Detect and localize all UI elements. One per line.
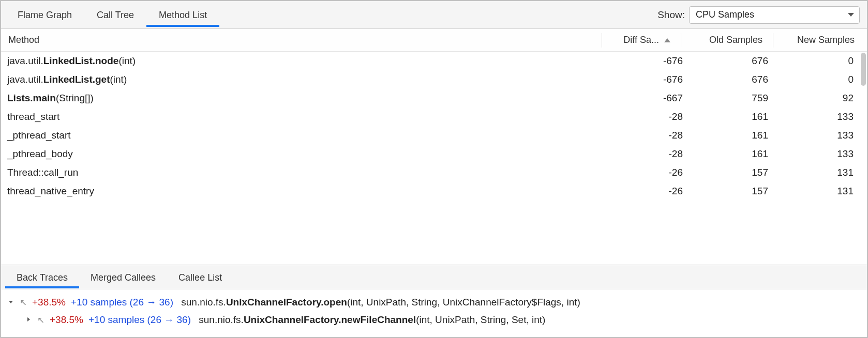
bottom-tab-bar: Back Traces Merged Callees Callee List [1,265,867,289]
new-cell: 0 [775,74,861,85]
table-row[interactable]: Thread::call_run-26157131 [1,163,867,182]
call-direction-icon: ↖ [37,315,44,326]
tab-call-tree[interactable]: Call Tree [84,3,146,27]
tree-method: sun.nio.fs.UnixChannelFactory.open(int, … [178,297,580,308]
new-cell: 131 [775,186,861,197]
method-cell: thread_start [7,111,618,122]
diff-cell: -28 [618,130,690,141]
new-cell: 0 [775,55,861,67]
diff-cell: -667 [618,93,690,104]
tab-flame-graph[interactable]: Flame Graph [5,3,84,27]
old-cell: 161 [690,130,775,141]
old-cell: 161 [690,111,775,122]
old-cell: 157 [690,186,775,197]
table-row[interactable]: java.util.LinkedList.node(int)-6766760 [1,52,867,70]
tree-toggle-icon[interactable] [7,298,14,306]
tree-toggle-icon[interactable] [25,316,32,324]
diff-percent: +38.5% [50,314,83,326]
method-cell: Lists.main(String[]) [7,93,618,104]
new-cell: 92 [775,93,861,104]
sort-asc-icon [664,38,670,42]
tab-back-traces[interactable]: Back Traces [5,266,79,288]
old-cell: 676 [690,74,775,85]
column-header-diff[interactable]: Diff Sa... [604,35,677,45]
old-cell: 676 [690,55,775,67]
diff-samples: +10 samples (26 → 36) [88,314,191,326]
scrollbar-thumb[interactable] [861,53,866,86]
diff-percent: +38.5% [32,297,66,308]
tree-node[interactable]: ↖+38.5%+10 samples (26 → 36) sun.nio.fs.… [7,294,861,311]
call-direction-icon: ↖ [20,297,27,308]
chevron-down-icon [848,13,854,17]
method-cell: java.util.LinkedList.get(int) [7,74,618,85]
table-row[interactable]: thread_start-28161133 [1,107,867,126]
method-cell: thread_native_entry [7,186,618,197]
column-header-old[interactable]: Old Samples [683,35,769,45]
old-cell: 161 [690,148,775,160]
diff-cell: -676 [618,55,690,67]
diff-samples: +10 samples (26 → 36) [71,297,173,308]
show-select[interactable]: CPU Samples [689,6,860,24]
method-cell: Thread::call_run [7,167,618,178]
profiler-panel: Flame Graph Call Tree Method List Show: … [0,0,868,338]
diff-cell: -676 [618,74,690,85]
old-cell: 157 [690,167,775,178]
new-cell: 133 [775,148,861,160]
new-cell: 131 [775,167,861,178]
new-cell: 133 [775,130,861,141]
table-row[interactable]: thread_native_entry-26157131 [1,182,867,201]
old-cell: 759 [690,93,775,104]
table-header: Method Diff Sa... Old Samples New Sample… [1,29,867,52]
diff-cell: -26 [618,167,690,178]
table-row[interactable]: _pthread_start-28161133 [1,126,867,145]
method-cell: _pthread_start [7,130,618,141]
diff-cell: -28 [618,148,690,160]
method-cell: _pthread_body [7,148,618,160]
diff-cell: -28 [618,111,690,122]
show-select-value: CPU Samples [696,9,754,20]
table-row[interactable]: Lists.main(String[])-66775992 [1,89,867,107]
new-cell: 133 [775,111,861,122]
tree-node[interactable]: ↖+38.5%+10 samples (26 → 36) sun.nio.fs.… [7,311,861,329]
table-body: java.util.LinkedList.node(int)-6766760ja… [1,52,867,265]
method-cell: java.util.LinkedList.node(int) [7,55,618,67]
tree-method: sun.nio.fs.UnixChannelFactory.newFileCha… [196,314,545,326]
tab-merged-callees[interactable]: Merged Callees [79,266,167,288]
diff-cell: -26 [618,186,690,197]
tab-method-list[interactable]: Method List [146,3,219,27]
column-header-method[interactable]: Method [7,35,597,45]
table-row[interactable]: _pthread_body-28161133 [1,145,867,163]
back-traces-tree: ↖+38.5%+10 samples (26 → 36) sun.nio.fs.… [1,289,867,337]
show-label: Show: [657,9,685,21]
top-tab-bar: Flame Graph Call Tree Method List Show: … [1,1,867,29]
table-row[interactable]: java.util.LinkedList.get(int)-6766760 [1,70,867,89]
tab-callee-list[interactable]: Callee List [167,266,233,288]
column-header-new[interactable]: New Samples [775,35,861,45]
